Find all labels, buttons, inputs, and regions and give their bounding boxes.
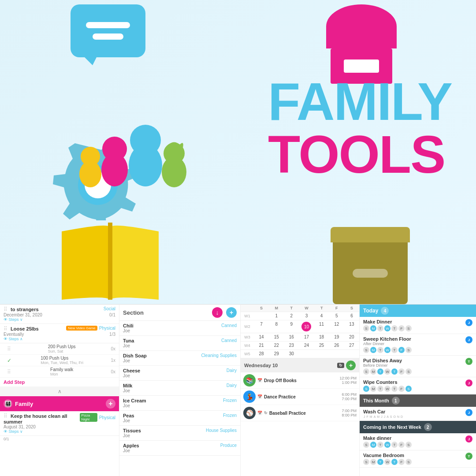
steps-toggle-1[interactable]: 👁 Steps ∨ bbox=[4, 317, 115, 322]
app-title: FAMILY TOOLS bbox=[268, 75, 452, 181]
day-header-s2: S bbox=[344, 305, 359, 312]
day-header-m: M bbox=[269, 305, 284, 312]
cal-day-22[interactable]: 22 bbox=[269, 342, 284, 350]
cal-day-28[interactable]: 28 bbox=[254, 350, 269, 358]
cal-day-19[interactable]: 19 bbox=[329, 333, 344, 341]
shopping-item-8[interactable]: Apples Joe Produce bbox=[119, 441, 240, 456]
cal-day-16[interactable]: 16 bbox=[284, 333, 299, 341]
week-label-0: W1 bbox=[241, 312, 254, 320]
coming-count-badge: 2 bbox=[424, 423, 432, 431]
svg-point-3 bbox=[81, 147, 100, 166]
today-section-header: Today 4 bbox=[360, 305, 476, 317]
shopping-item-5[interactable]: Ice Cream Joe Frozen bbox=[119, 396, 240, 411]
cal-day-empty-4-7: . bbox=[344, 350, 359, 358]
cal-day-12[interactable]: 12 bbox=[329, 320, 344, 333]
coming-task-1[interactable]: Vacume Bedroom SMTWTFS T bbox=[360, 450, 476, 468]
shopping-header: Section ↓ + bbox=[119, 305, 240, 321]
goal-item-1[interactable]: ⠿ to strangers Social December 31, 2020 … bbox=[0, 305, 119, 324]
svg-point-7 bbox=[130, 125, 161, 156]
goal-item-2[interactable]: ⠿ Loose 25lbs New Video Game Physical Ev… bbox=[0, 324, 119, 343]
event-item-2[interactable]: ⚾ 📅 ↻ Baseball Practice 7:00 PM 8:00 PM bbox=[241, 405, 359, 421]
cal-day-3[interactable]: 3 bbox=[299, 312, 314, 320]
family-section-header: 👨‍👩‍👧‍👦 Family + bbox=[0, 396, 119, 411]
step-item-3[interactable]: ⠿ Family walk Mon 0x bbox=[0, 366, 119, 378]
family-goal-item[interactable]: ⠿ Keep the house clean all summer Pizza … bbox=[0, 411, 119, 436]
cal-day-7[interactable]: 7 bbox=[254, 320, 269, 333]
steps-toggle-2[interactable]: 👁 Steps ∧ bbox=[4, 337, 115, 341]
week-label-3: W4 bbox=[241, 342, 254, 350]
cal-day-10[interactable]: 10 bbox=[299, 320, 314, 333]
day-header-t1: T bbox=[284, 305, 299, 312]
calendar-header: S M T W T F S bbox=[241, 305, 359, 312]
month-tasks-list: Wash Car JFMAMJJASOND J bbox=[360, 407, 476, 421]
coming-tasks-list: Make dinner SMTWTFS J Vacume Bedroom SMT… bbox=[360, 433, 476, 468]
cal-day-30[interactable]: 30 bbox=[284, 350, 299, 358]
cal-day-15[interactable]: 15 bbox=[269, 333, 284, 341]
shopping-item-2[interactable]: Dish Soap Joe Cleaning Supplies bbox=[119, 351, 240, 366]
calendar-panel: S M T W T F S W1.123456W278910111213W314… bbox=[240, 304, 359, 476]
cal-day-27[interactable]: 27 bbox=[344, 342, 359, 350]
shopping-items-list: Chili Joe Canned Tuna Joe Canned Dish So… bbox=[119, 321, 240, 456]
collapse-button[interactable]: ∧ bbox=[0, 387, 119, 396]
cal-day-21[interactable]: 21 bbox=[254, 342, 269, 350]
add-item-button[interactable]: + bbox=[226, 307, 237, 318]
day-header-f: F bbox=[329, 305, 344, 312]
this-month-header: This Month 1 bbox=[360, 394, 476, 407]
family-steps-toggle[interactable]: 👁 Steps ∨ bbox=[4, 429, 115, 434]
add-family-goal-button[interactable]: + bbox=[106, 399, 115, 409]
cal-day-23[interactable]: 23 bbox=[284, 342, 299, 350]
family-figures-svg bbox=[26, 62, 194, 220]
cal-day-20[interactable]: 20 bbox=[344, 333, 359, 341]
shopping-panel: Section ↓ + Chili Joe Canned Tuna Joe Ca… bbox=[119, 304, 240, 476]
cal-day-17[interactable]: 17 bbox=[299, 333, 314, 341]
sort-button[interactable]: ↓ bbox=[212, 307, 223, 318]
step-item-2[interactable]: ✓ 100 Push Ups Mon, Tue, Wed, Thu, Fri 1… bbox=[0, 355, 119, 366]
coming-task-0[interactable]: Make dinner SMTWTFS J bbox=[360, 433, 476, 450]
cal-row-1: W278910111213 bbox=[241, 320, 359, 333]
cal-day-8[interactable]: 8 bbox=[269, 320, 284, 333]
shopping-item-3[interactable]: Cheese Joe Dairy bbox=[119, 366, 240, 381]
today-task-2[interactable]: Put Dishes Away Before Dinner SMTWTFS T bbox=[360, 356, 476, 377]
shopping-item-7[interactable]: Tissues Joe House Supplies bbox=[119, 426, 240, 441]
cal-day-13[interactable]: 13 bbox=[344, 320, 359, 333]
today-task-1[interactable]: Sweep Kitchen Floor After Dinner SMTWTFS… bbox=[360, 334, 476, 356]
cal-day-5[interactable]: 5 bbox=[329, 312, 344, 320]
cal-day-9[interactable]: 9 bbox=[284, 320, 299, 333]
svg-rect-10 bbox=[108, 223, 112, 300]
cal-day-24[interactable]: 24 bbox=[299, 342, 314, 350]
cal-day-1[interactable]: 1 bbox=[269, 312, 284, 320]
today-task-0[interactable]: Make Dinner SMTWTFS J bbox=[360, 317, 476, 334]
cal-day-18[interactable]: 18 bbox=[314, 333, 329, 341]
add-event-button[interactable]: + bbox=[346, 361, 356, 370]
cal-day-4[interactable]: 4 bbox=[314, 312, 329, 320]
shopping-item-6[interactable]: Peas Joe Frozen bbox=[119, 411, 240, 426]
event-item-1[interactable]: 💃 📅 Dance Practice 6:00 PM 7:00 PM bbox=[241, 389, 359, 405]
cal-day-empty-4-6: . bbox=[329, 350, 344, 358]
cal-row-2: W314151617181920 bbox=[241, 333, 359, 342]
cal-day-26[interactable]: 26 bbox=[329, 342, 344, 350]
cal-day-6[interactable]: 6 bbox=[344, 312, 359, 320]
step-item-1[interactable]: ⠿ 200 Push Ups Sun, Sat 0x bbox=[0, 343, 119, 355]
cal-day-14[interactable]: 14 bbox=[254, 333, 269, 341]
family-icon: 👨‍👩‍👧‍👦 bbox=[4, 399, 12, 408]
cal-day-11[interactable]: 11 bbox=[314, 320, 329, 333]
today-count-badge: 4 bbox=[381, 307, 389, 315]
day-detail-header: Wednesday 10 ↻ + bbox=[241, 358, 359, 372]
day-header-t2: T bbox=[314, 305, 329, 312]
today-task-3[interactable]: Wipe Counters SMTWTFS J bbox=[360, 377, 476, 394]
add-step-button[interactable]: Add Step bbox=[0, 378, 119, 387]
month-task-0[interactable]: Wash Car JFMAMJJASOND J bbox=[360, 407, 476, 421]
week-label-1: W2 bbox=[241, 320, 254, 333]
event-item-0[interactable]: 📚 📅 Drop Off Books 12:00 PM 1:00 PM bbox=[241, 372, 359, 389]
week-label-4: W5 bbox=[241, 350, 254, 358]
cal-day-2[interactable]: 2 bbox=[284, 312, 299, 320]
shopping-item-1[interactable]: Tuna Joe Canned bbox=[119, 336, 240, 351]
shopping-item-4[interactable]: Milk Joe Dairy bbox=[119, 381, 240, 396]
shopping-item-0[interactable]: Chili Joe Canned bbox=[119, 321, 240, 336]
svg-point-5 bbox=[102, 137, 127, 161]
cal-day-29[interactable]: 29 bbox=[269, 350, 284, 358]
cal-day-25[interactable]: 25 bbox=[314, 342, 329, 350]
title-family: FAMILY bbox=[268, 75, 452, 128]
family-goal-progress: 0/1 bbox=[0, 436, 119, 442]
coming-header: Coming in the Next Week 2 bbox=[360, 421, 476, 433]
